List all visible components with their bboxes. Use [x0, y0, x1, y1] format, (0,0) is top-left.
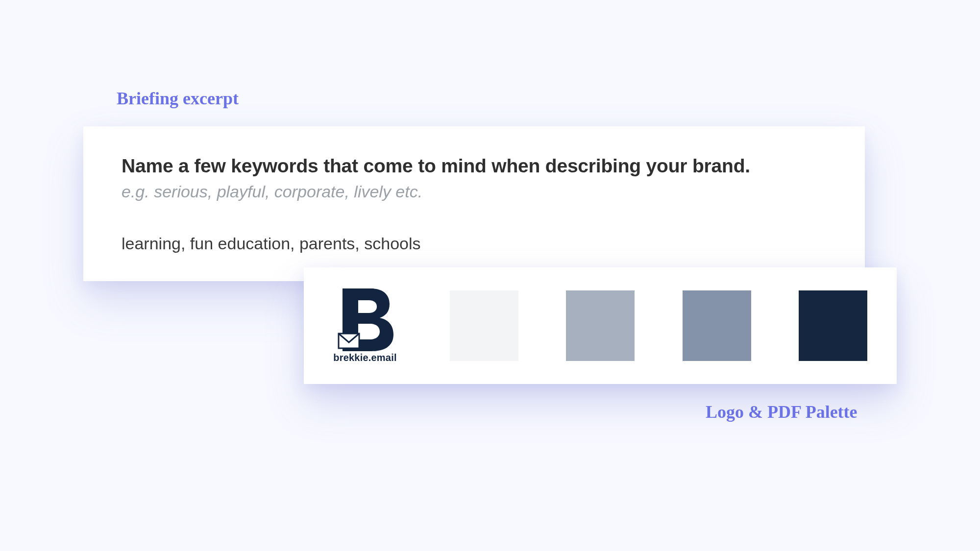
palette-section-label: Logo & PDF Palette: [706, 402, 858, 422]
palette-swatch-1: [450, 290, 518, 361]
briefing-question: Name a few keywords that come to mind wh…: [122, 155, 827, 178]
brand-logo: brekkie.email: [328, 288, 402, 363]
palette-swatch-4: [799, 290, 867, 361]
palette-swatch-2: [566, 290, 635, 361]
briefing-section-label: Briefing excerpt: [117, 88, 239, 109]
logo-text: brekkie.email: [333, 352, 396, 363]
briefing-answer: learning, fun education, parents, school…: [122, 233, 827, 254]
briefing-card: Name a few keywords that come to mind wh…: [83, 126, 865, 281]
palette-card: brekkie.email: [304, 267, 897, 384]
envelope-icon: [339, 334, 359, 348]
briefing-hint: e.g. serious, playful, corporate, lively…: [122, 181, 827, 202]
logo-b-icon: [336, 288, 394, 351]
palette-swatch-3: [683, 290, 751, 361]
